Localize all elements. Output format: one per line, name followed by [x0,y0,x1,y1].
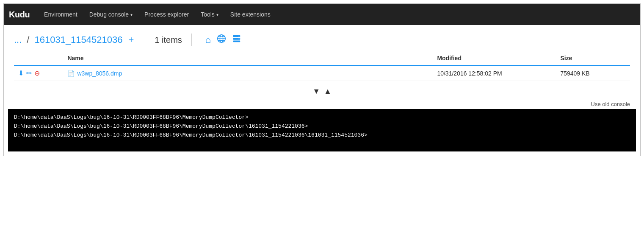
download-icon[interactable]: ⬇ [18,69,24,77]
console-line-3: D:\home\data\DaaS\Logs\bug\16-10-31\RD00… [14,131,630,140]
nav-debug-console[interactable]: Debug console ▾ [83,4,138,25]
col-header-name: Name [63,51,433,65]
debug-console-caret: ▾ [130,12,133,17]
server-icon[interactable] [232,34,241,46]
pagination: ▼ ▲ [4,81,640,99]
row-modified: 10/31/2016 12:58:02 PM [433,65,556,81]
console-area[interactable]: D:\home\data\DaaS\Logs\bug\16-10-31\RD00… [8,109,636,151]
file-table-wrap: Name Modified Size ⬇ ✏ ⊖ [4,51,640,81]
tools-caret: ▾ [216,12,218,17]
items-count: 1 items [155,35,182,45]
add-button[interactable]: + [127,35,135,45]
breadcrumb-path: ... / 161031_1154521036 [14,34,122,45]
navbar: Kudu Environment Debug console ▾ Process… [4,4,640,25]
edit-icon[interactable]: ✏ [26,69,32,77]
nav-process-explorer[interactable]: Process explorer [138,4,195,25]
home-icon[interactable]: ⌂ [205,34,211,45]
row-actions: ⬇ ✏ ⊖ [14,65,63,81]
use-old-console: Use old console [4,99,640,109]
nav-site-extensions[interactable]: Site extensions [224,4,276,25]
table-header: Name Modified Size [14,51,630,65]
globe-icon[interactable] [217,34,226,46]
svg-rect-9 [233,41,240,42]
nav-environment[interactable]: Environment [38,4,83,25]
breadcrumb-separator: / [27,34,29,45]
nav-tools[interactable]: Tools ▾ [195,4,224,25]
col-header-actions [14,51,63,65]
delete-icon[interactable]: ⊖ [34,69,40,77]
table-row: ⬇ ✏ ⊖ 📄 w3wp_8056.dmp 10/31/2016 12:58:0… [14,65,630,81]
col-header-size: Size [556,51,630,65]
file-type-icon: 📄 [67,70,75,77]
row-size: 759409 KB [556,65,630,81]
table-body: ⬇ ✏ ⊖ 📄 w3wp_8056.dmp 10/31/2016 12:58:0… [14,65,630,81]
console-line-1: D:\home\data\DaaS\Logs\bug\16-10-31\RD00… [14,113,630,122]
svg-point-7 [239,36,240,36]
file-name-text[interactable]: w3wp_8056.dmp [77,70,122,77]
col-header-modified: Modified [433,51,556,65]
file-table: Name Modified Size ⬇ ✏ ⊖ [14,51,630,81]
page-up-button[interactable]: ▲ [324,87,332,95]
breadcrumb-bar: ... / 161031_1154521036 + 1 items ⌂ [4,25,640,51]
breadcrumb-divider2 [191,34,192,46]
page-down-button[interactable]: ▼ [312,87,320,95]
use-old-console-link[interactable]: Use old console [591,101,630,107]
console-line-2: D:\home\data\DaaS\Logs\bug\16-10-31\RD00… [14,122,630,131]
breadcrumb-folder[interactable]: 161031_1154521036 [34,34,122,45]
brand-logo[interactable]: Kudu [9,10,30,20]
row-name: 📄 w3wp_8056.dmp [63,65,433,81]
breadcrumb-ellipsis[interactable]: ... [14,34,22,45]
breadcrumb-icons: ⌂ [205,34,241,46]
breadcrumb-divider [145,34,145,46]
svg-point-8 [239,39,240,39]
